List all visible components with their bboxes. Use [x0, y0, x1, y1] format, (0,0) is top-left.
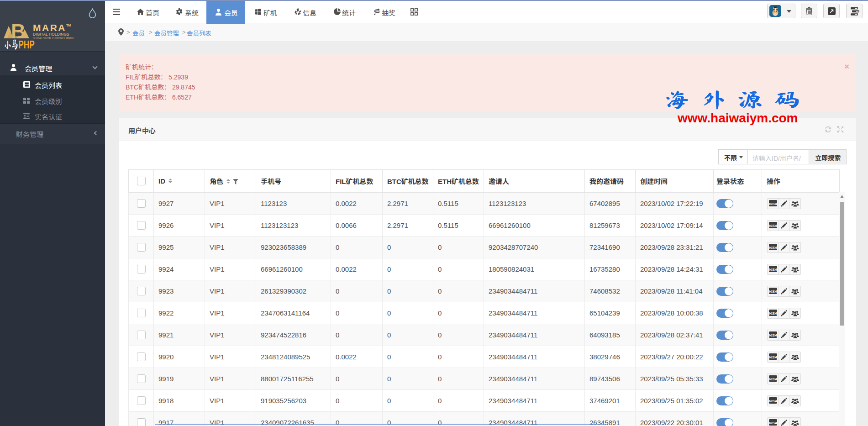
svg-text:VISA: VISA [769, 268, 777, 272]
svg-text:VISA: VISA [769, 246, 777, 250]
svg-text:VISA: VISA [769, 224, 777, 228]
svg-text:VISA: VISA [769, 202, 777, 206]
svg-text:VISA: VISA [769, 355, 777, 359]
svg-text:VISA: VISA [769, 377, 777, 381]
svg-text:VISA: VISA [769, 311, 777, 316]
svg-text:VISA: VISA [769, 421, 777, 425]
svg-text:VISA: VISA [769, 399, 777, 403]
svg-text:VISA: VISA [769, 333, 777, 337]
svg-text:VISA: VISA [769, 289, 777, 294]
